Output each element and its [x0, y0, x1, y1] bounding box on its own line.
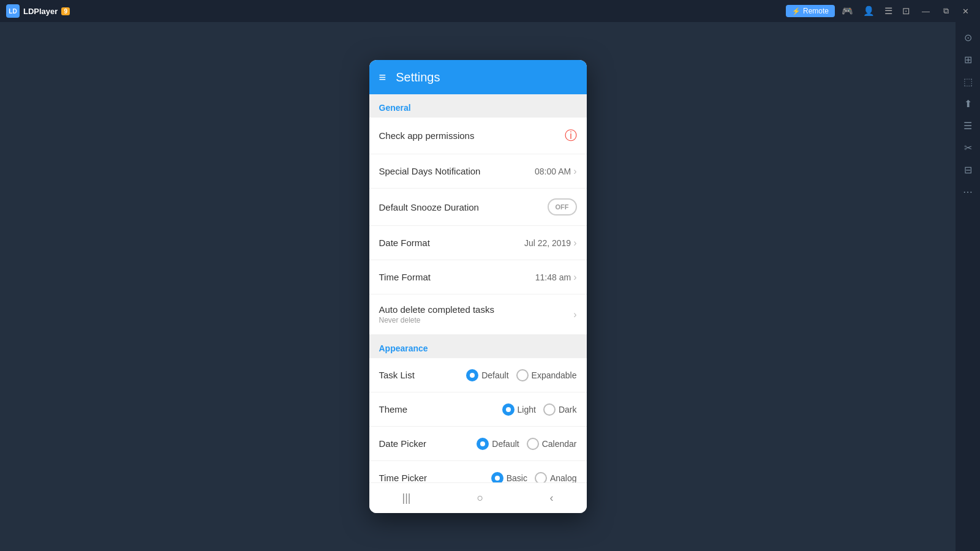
minimize-button[interactable]: — [917, 6, 935, 17]
theme-dark-label: Dark [559, 405, 577, 414]
theme-label: Theme [379, 404, 408, 414]
layout-icon[interactable]: ⊡ [899, 4, 913, 18]
bottom-nav: ||| ○ ‹ [369, 482, 587, 513]
date-format-item[interactable]: Date Format Jul 22, 2019 › [369, 226, 587, 260]
logo-text: LDPlayer [23, 7, 58, 16]
top-bar-actions: Remote 🎮 👤 ☰ ⊡ — ⧉ ✕ [786, 4, 974, 18]
auto-delete-item[interactable]: Auto delete completed tasks Never delete… [369, 294, 587, 335]
task-list-radio-group: Default Expandable [466, 369, 576, 381]
maximize-button[interactable]: ⧉ [938, 5, 954, 17]
special-days-chevron: › [573, 166, 576, 177]
snooze-toggle[interactable]: OFF [548, 198, 577, 216]
right-sidebar: ⊙ ⊞ ⬚ ⬆ ☰ ✂ ⊟ ⋯ [956, 22, 980, 551]
time-format-label: Time Format [379, 272, 431, 282]
date-picker-calendar-radio[interactable] [527, 438, 539, 450]
time-picker-basic-label: Basic [507, 473, 527, 483]
check-permissions-item[interactable]: Check app permissions ⓘ [369, 118, 587, 154]
version-badge: 9 [61, 7, 70, 15]
task-list-default-label: Default [481, 370, 508, 380]
controller-icon[interactable]: 🎮 [839, 4, 856, 18]
time-picker-item[interactable]: Time Picker Basic Analog [369, 461, 587, 482]
time-format-item[interactable]: Time Format 11:48 am › [369, 260, 587, 294]
sidebar-grid-icon[interactable]: ⊞ [959, 50, 977, 69]
date-picker-calendar-option[interactable]: Calendar [527, 438, 577, 450]
settings-content[interactable]: General Check app permissions ⓘ Special … [369, 94, 587, 482]
auto-delete-sublabel: Never delete [379, 316, 494, 324]
ldplayer-logo: LD LDPlayer 9 [6, 4, 70, 18]
time-picker-analog-radio[interactable] [535, 472, 547, 483]
sidebar-scissors-icon[interactable]: ✂ [959, 138, 977, 157]
sidebar-table-icon[interactable]: ⊟ [959, 160, 977, 179]
time-format-value: 11:48 am › [535, 272, 577, 283]
logo-icon: LD [6, 4, 20, 18]
auto-delete-label-group: Auto delete completed tasks Never delete [379, 304, 494, 324]
time-picker-analog-option[interactable]: Analog [535, 472, 577, 483]
app-title: Settings [396, 70, 440, 84]
sidebar-crop-icon[interactable]: ⬚ [959, 72, 977, 91]
app-header: ≡ Settings [369, 60, 587, 94]
sidebar-upload-icon[interactable]: ⬆ [959, 94, 977, 113]
appearance-section-header: Appearance [369, 335, 587, 358]
theme-dark-option[interactable]: Dark [543, 403, 577, 416]
date-picker-default-label: Default [492, 439, 519, 449]
phone-frame: ≡ Settings General Check app permissions… [369, 60, 587, 513]
auto-delete-chevron: › [573, 309, 576, 320]
task-list-default-option[interactable]: Default [466, 369, 508, 381]
task-list-expandable-label: Expandable [532, 370, 577, 380]
close-button[interactable]: ✕ [957, 6, 974, 17]
auto-delete-label: Auto delete completed tasks [379, 304, 494, 315]
special-days-value: 08:00 AM › [535, 166, 576, 177]
task-list-label: Task List [379, 370, 415, 380]
snooze-duration-item[interactable]: Default Snooze Duration OFF [369, 189, 587, 226]
check-permissions-label: Check app permissions [379, 130, 475, 141]
profile-icon[interactable]: 👤 [860, 4, 878, 18]
snooze-label: Default Snooze Duration [379, 202, 479, 212]
date-picker-item[interactable]: Date Picker Default Calendar [369, 427, 587, 461]
top-bar: LD LDPlayer 9 Remote 🎮 👤 ☰ ⊡ — ⧉ ✕ [0, 0, 980, 22]
date-picker-default-radio[interactable] [477, 438, 489, 450]
date-picker-radio-group: Default Calendar [477, 438, 576, 450]
theme-radio-group: Light Dark [502, 403, 577, 416]
sidebar-ellipsis-icon[interactable]: ⋯ [959, 182, 977, 201]
sidebar-menu-icon[interactable]: ☰ [959, 116, 977, 135]
date-format-chevron: › [573, 238, 576, 249]
remote-button[interactable]: Remote [786, 5, 835, 17]
theme-light-label: Light [518, 405, 536, 414]
date-picker-default-option[interactable]: Default [477, 438, 519, 450]
task-list-item[interactable]: Task List Default Expandable [369, 358, 587, 392]
general-section-header: General [369, 94, 587, 118]
main-area: SOFTPEDIA ≡ Settings General Check app p… [0, 22, 956, 551]
date-picker-calendar-label: Calendar [542, 439, 577, 449]
warning-icon: ⓘ [565, 127, 577, 144]
task-list-default-radio[interactable] [466, 369, 478, 381]
menu-icon[interactable]: ☰ [881, 4, 895, 18]
time-picker-basic-option[interactable]: Basic [491, 472, 527, 483]
date-format-label: Date Format [379, 238, 430, 248]
hamburger-icon[interactable]: ≡ [379, 70, 386, 84]
nav-menu-button[interactable]: ||| [390, 487, 423, 509]
time-format-chevron: › [573, 272, 576, 283]
time-picker-basic-radio[interactable] [491, 472, 503, 483]
theme-item[interactable]: Theme Light Dark [369, 392, 587, 427]
sidebar-person-icon[interactable]: ⊙ [959, 28, 977, 47]
task-list-expandable-radio[interactable] [516, 369, 529, 381]
time-picker-analog-label: Analog [550, 473, 577, 483]
time-picker-radio-group: Basic Analog [491, 472, 577, 483]
theme-light-option[interactable]: Light [502, 403, 536, 416]
date-picker-label: Date Picker [379, 438, 427, 449]
special-days-item[interactable]: Special Days Notification 08:00 AM › [369, 154, 587, 189]
nav-back-button[interactable]: ‹ [537, 487, 565, 509]
theme-dark-radio[interactable] [543, 403, 556, 416]
date-format-value: Jul 22, 2019 › [524, 238, 577, 249]
special-days-label: Special Days Notification [379, 166, 481, 176]
time-picker-label: Time Picker [379, 473, 428, 482]
task-list-expandable-option[interactable]: Expandable [516, 369, 577, 381]
nav-home-button[interactable]: ○ [465, 487, 496, 509]
theme-light-radio[interactable] [502, 403, 514, 416]
